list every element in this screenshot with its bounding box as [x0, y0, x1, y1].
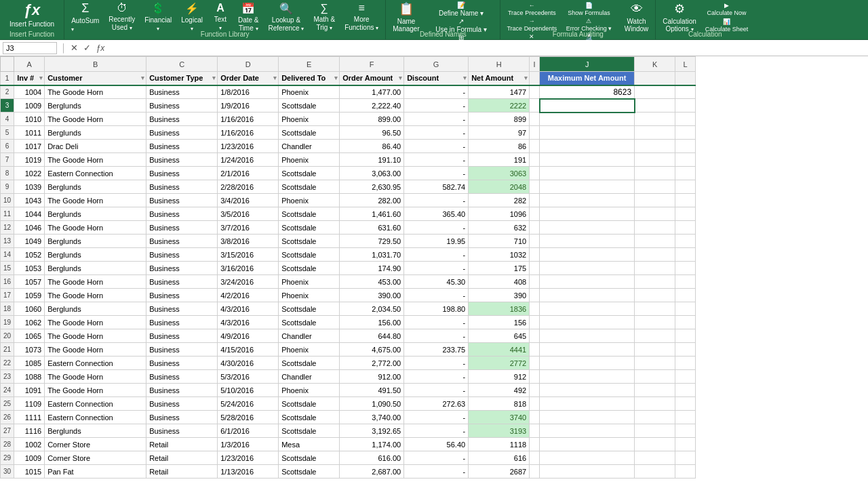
cell-D2[interactable]: 1/8/2016: [218, 85, 279, 99]
cell-A22[interactable]: 1085: [14, 357, 45, 370]
cell-C19[interactable]: Business: [146, 316, 218, 329]
cell-L18[interactable]: [675, 302, 696, 316]
cell-A20[interactable]: 1065: [14, 329, 45, 343]
cell-G11[interactable]: 365.40: [404, 207, 469, 221]
cell-I26[interactable]: [530, 411, 540, 424]
cell-B24[interactable]: The Goode Horn: [45, 384, 146, 397]
cell-K29[interactable]: [635, 451, 675, 465]
cell-K5[interactable]: [635, 126, 675, 140]
cell-F16[interactable]: 453.00: [340, 275, 404, 289]
cell-J1[interactable]: Maximum Net Amount: [540, 72, 635, 85]
cell-J23[interactable]: [540, 370, 635, 384]
cell-L15[interactable]: [675, 262, 696, 275]
cell-I28[interactable]: [530, 438, 540, 451]
cell-J19[interactable]: [540, 316, 635, 329]
cell-B3[interactable]: Berglunds: [45, 99, 146, 113]
cell-G23[interactable]: -: [404, 370, 469, 384]
cell-E20[interactable]: Chandler: [279, 329, 340, 343]
cell-G5[interactable]: -: [404, 126, 469, 140]
cell-I1[interactable]: [530, 72, 540, 85]
cell-A7[interactable]: 1019: [14, 153, 45, 167]
cell-B19[interactable]: The Goode Horn: [45, 316, 146, 329]
cell-D15[interactable]: 3/16/2016: [218, 262, 279, 275]
cell-I2[interactable]: [530, 85, 540, 99]
cell-E25[interactable]: Scottsdale: [279, 397, 340, 411]
cell-H4[interactable]: 899: [469, 113, 530, 126]
cell-F11[interactable]: 1,461.60: [340, 207, 404, 221]
cell-A15[interactable]: 1053: [14, 262, 45, 275]
col-header-F[interactable]: F: [340, 57, 404, 72]
cell-F3[interactable]: 2,222.40: [340, 99, 404, 113]
cell-L26[interactable]: [675, 411, 696, 424]
cell-K22[interactable]: [635, 357, 675, 370]
row-num-23[interactable]: 23: [1, 370, 14, 384]
cell-D27[interactable]: 6/1/2016: [218, 424, 279, 438]
cell-D28[interactable]: 1/3/2016: [218, 438, 279, 451]
cell-J10[interactable]: [540, 194, 635, 207]
cell-H9[interactable]: 2048: [469, 180, 530, 194]
cell-I16[interactable]: [530, 275, 540, 289]
row-num-17[interactable]: 17: [1, 289, 14, 302]
cell-J14[interactable]: [540, 248, 635, 262]
cell-F26[interactable]: 3,740.00: [340, 411, 404, 424]
cell-K21[interactable]: [635, 343, 675, 357]
cell-E29[interactable]: Scottsdale: [279, 451, 340, 465]
cell-L21[interactable]: [675, 343, 696, 357]
cell-C16[interactable]: Business: [146, 275, 218, 289]
cell-A23[interactable]: 1088: [14, 370, 45, 384]
cell-E21[interactable]: Phoenix: [279, 343, 340, 357]
cell-J29[interactable]: [540, 451, 635, 465]
cell-D25[interactable]: 5/24/2016: [218, 397, 279, 411]
cell-E30[interactable]: Scottsdale: [279, 465, 340, 479]
cell-B28[interactable]: Corner Store: [45, 438, 146, 451]
cell-H10[interactable]: 282: [469, 194, 530, 207]
cell-H23[interactable]: 912: [469, 370, 530, 384]
cell-H30[interactable]: 2687: [469, 465, 530, 479]
cell-H25[interactable]: 818: [469, 397, 530, 411]
cell-I22[interactable]: [530, 357, 540, 370]
cell-I20[interactable]: [530, 329, 540, 343]
cell-E3[interactable]: Scottsdale: [279, 99, 340, 113]
cell-K15[interactable]: [635, 262, 675, 275]
cell-B11[interactable]: Berglunds: [45, 207, 146, 221]
cell-K14[interactable]: [635, 248, 675, 262]
financial-button[interactable]: 💲 Financial▾: [140, 1, 176, 33]
cell-C1[interactable]: Customer Type ▾: [146, 72, 218, 85]
cell-F21[interactable]: 4,675.00: [340, 343, 404, 357]
cell-B29[interactable]: Corner Store: [45, 451, 146, 465]
cell-L1[interactable]: [675, 72, 696, 85]
cell-F5[interactable]: 96.50: [340, 126, 404, 140]
cell-E8[interactable]: Scottsdale: [279, 167, 340, 180]
cell-H8[interactable]: 3063: [469, 167, 530, 180]
cell-B21[interactable]: The Goode Horn: [45, 343, 146, 357]
calculate-now-button[interactable]: ▶ Calculate Now: [702, 1, 752, 16]
cell-J3[interactable]: [540, 99, 635, 113]
cell-H15[interactable]: 175: [469, 262, 530, 275]
cell-D6[interactable]: 1/23/2016: [218, 140, 279, 153]
cell-G22[interactable]: -: [404, 357, 469, 370]
row-num-7[interactable]: 7: [1, 153, 14, 167]
cell-C22[interactable]: Business: [146, 357, 218, 370]
row-num-3[interactable]: 3: [1, 99, 14, 113]
cell-J11[interactable]: [540, 207, 635, 221]
cell-C4[interactable]: Business: [146, 113, 218, 126]
cell-C7[interactable]: Business: [146, 153, 218, 167]
confirm-icon[interactable]: ✓: [83, 43, 91, 53]
cell-E27[interactable]: Scottsdale: [279, 424, 340, 438]
cell-F19[interactable]: 156.00: [340, 316, 404, 329]
row-num-15[interactable]: 15: [1, 262, 14, 275]
cell-F18[interactable]: 2,034.50: [340, 302, 404, 316]
cell-A14[interactable]: 1052: [14, 248, 45, 262]
cell-L25[interactable]: [675, 397, 696, 411]
grid-scroll[interactable]: A B C D E F G H I J K L: [0, 56, 868, 488]
cell-J7[interactable]: [540, 153, 635, 167]
cell-G12[interactable]: -: [404, 221, 469, 235]
cell-B14[interactable]: Berglunds: [45, 248, 146, 262]
cell-G4[interactable]: -: [404, 113, 469, 126]
row-num-25[interactable]: 25: [1, 397, 14, 411]
cell-I25[interactable]: [530, 397, 540, 411]
cell-F13[interactable]: 729.50: [340, 235, 404, 248]
cell-D21[interactable]: 4/15/2016: [218, 343, 279, 357]
cell-J22[interactable]: [540, 357, 635, 370]
cell-B30[interactable]: Pan Fat: [45, 465, 146, 479]
